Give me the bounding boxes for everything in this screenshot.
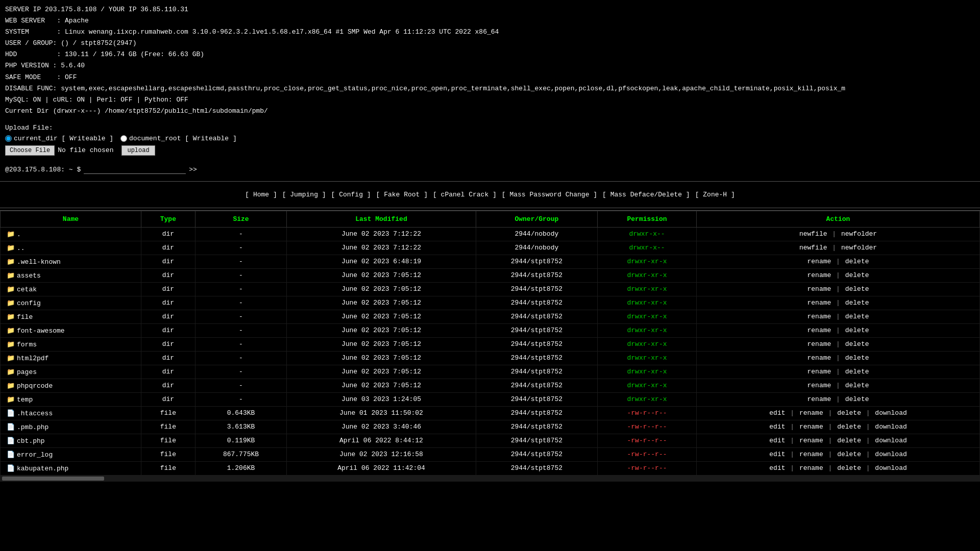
action-newfile[interactable]: newfile (799, 244, 827, 252)
file-name[interactable]: .htaccess (17, 410, 53, 417)
action-download[interactable]: download (875, 464, 906, 472)
action-edit[interactable]: edit (769, 409, 785, 417)
nav-item-2[interactable]: [ Config ] (331, 191, 371, 198)
permission-badge: drwxr-xr-x (627, 395, 667, 403)
action-delete[interactable]: delete (845, 313, 869, 320)
web-server-label: WEB SERVER : (5, 17, 65, 24)
action-rename[interactable]: rename (807, 313, 831, 320)
file-name[interactable]: assets (17, 272, 41, 280)
action-delete[interactable]: delete (845, 299, 869, 307)
file-name[interactable]: pages (17, 368, 37, 376)
file-name[interactable]: .pmb.php (17, 423, 48, 431)
action-download[interactable]: download (875, 450, 906, 458)
folder-icon: 📁 (7, 355, 15, 362)
action-rename[interactable]: rename (807, 271, 831, 279)
action-edit[interactable]: edit (769, 450, 785, 458)
file-name[interactable]: .well-known (17, 258, 61, 266)
action-download[interactable]: download (875, 423, 906, 431)
action-delete[interactable]: delete (845, 354, 869, 362)
action-delete[interactable]: delete (837, 423, 861, 431)
action-rename[interactable]: rename (799, 464, 823, 472)
cell-type: dir (141, 310, 195, 323)
scrollbar-row[interactable] (0, 475, 980, 482)
radio-row: current_dir [ Writeable ] document_root … (5, 135, 975, 142)
action-newfolder[interactable]: newfolder (841, 244, 877, 252)
scrollbar-thumb[interactable] (2, 477, 104, 481)
action-delete[interactable]: delete (845, 271, 869, 279)
action-rename[interactable]: rename (807, 382, 831, 389)
permission-badge: drwxr-x-- (629, 244, 665, 252)
file-name[interactable]: html2pdf (17, 355, 48, 362)
action-rename[interactable]: rename (799, 423, 823, 431)
file-name[interactable]: error_log (17, 451, 53, 459)
file-name[interactable]: kabupaten.php (17, 465, 68, 472)
doc-root-radio-option[interactable]: document_root [ Writeable ] (120, 135, 237, 142)
action-newfolder[interactable]: newfolder (841, 230, 877, 238)
action-delete[interactable]: delete (845, 395, 869, 403)
file-name[interactable]: cbt.php (17, 437, 45, 445)
action-delete[interactable]: delete (837, 409, 861, 417)
action-delete[interactable]: delete (837, 437, 861, 444)
action-separator: | (787, 450, 798, 458)
action-delete[interactable]: delete (837, 450, 861, 458)
cell-name: 📁html2pdf (1, 351, 141, 365)
action-delete[interactable]: delete (837, 464, 861, 472)
action-rename[interactable]: rename (807, 299, 831, 307)
file-name[interactable]: temp (17, 396, 33, 404)
file-name[interactable]: .. (17, 244, 25, 252)
cell-permission: -rw-r--r-- (597, 420, 696, 434)
action-rename[interactable]: rename (799, 409, 823, 417)
action-delete[interactable]: delete (845, 327, 869, 334)
action-delete[interactable]: delete (845, 368, 869, 375)
file-name[interactable]: . (17, 231, 21, 238)
action-separator: | (824, 423, 836, 431)
action-rename[interactable]: rename (799, 437, 823, 444)
action-delete[interactable]: delete (845, 285, 869, 293)
file-name[interactable]: forms (17, 341, 37, 348)
action-rename[interactable]: rename (807, 327, 831, 334)
action-edit[interactable]: edit (769, 437, 785, 444)
action-download[interactable]: download (875, 437, 906, 444)
action-rename[interactable]: rename (807, 258, 831, 265)
nav-item-5[interactable]: [ Mass Password Change ] (502, 191, 597, 198)
action-newfile[interactable]: newfile (799, 230, 827, 238)
action-rename[interactable]: rename (807, 285, 831, 293)
action-rename[interactable]: rename (807, 354, 831, 362)
nav-item-7[interactable]: [ Zone-H ] (695, 191, 735, 198)
file-name[interactable]: cetak (17, 286, 37, 293)
action-rename[interactable]: rename (807, 368, 831, 375)
nav-item-4[interactable]: [ cPanel Crack ] (433, 191, 497, 198)
cell-type: dir (141, 365, 195, 379)
cmd-go-button[interactable]: >> (189, 166, 197, 173)
action-rename[interactable]: rename (807, 395, 831, 403)
current-dir-radio-option[interactable]: current_dir [ Writeable ] (5, 135, 113, 142)
file-name[interactable]: file (17, 313, 33, 321)
cell-size: - (195, 379, 286, 392)
file-name[interactable]: config (17, 299, 41, 307)
current-dir-radio[interactable] (5, 135, 12, 142)
cell-size: - (195, 296, 286, 310)
action-edit[interactable]: edit (769, 423, 785, 431)
nav-item-0[interactable]: [ Home ] (245, 191, 277, 198)
cell-action: rename | delete (697, 392, 980, 406)
action-delete[interactable]: delete (845, 382, 869, 389)
file-name[interactable]: phpqrcode (17, 382, 53, 390)
file-name[interactable]: font-awesome (17, 327, 65, 335)
doc-root-radio[interactable] (120, 135, 127, 142)
action-download[interactable]: download (875, 409, 906, 417)
action-rename[interactable]: rename (799, 450, 823, 458)
cmd-input[interactable] (84, 166, 186, 174)
action-rename[interactable]: rename (807, 340, 831, 348)
choose-file-button[interactable]: Choose File (5, 145, 55, 156)
upload-button[interactable]: upload (121, 145, 155, 156)
nav-item-6[interactable]: [ Mass Deface/Delete ] (602, 191, 690, 198)
table-row: 📁font-awesomedir-June 02 2023 7:05:12294… (1, 323, 980, 337)
nav-item-1[interactable]: [ Jumping ] (282, 191, 326, 198)
folder-icon: 📁 (7, 396, 15, 404)
action-edit[interactable]: edit (769, 464, 785, 472)
nav-item-3[interactable]: [ Fake Root ] (376, 191, 428, 198)
action-delete[interactable]: delete (845, 340, 869, 348)
cell-name: 📁forms (1, 337, 141, 351)
action-delete[interactable]: delete (845, 258, 869, 265)
cell-type: dir (141, 296, 195, 310)
